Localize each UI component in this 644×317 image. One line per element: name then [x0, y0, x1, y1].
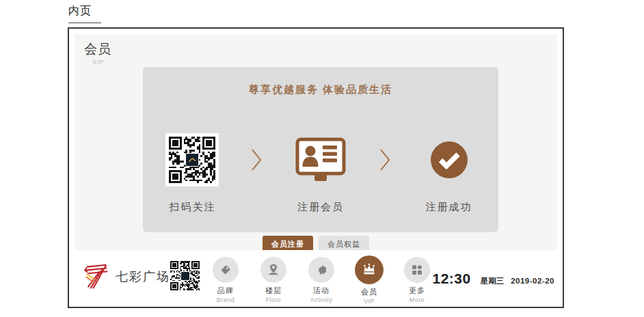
grid-icon: [410, 262, 425, 277]
nav-label-en: Floor: [265, 297, 281, 303]
mall-logo: [81, 261, 111, 291]
crown-icon: [361, 262, 377, 278]
section-title: 会员 VIP: [84, 40, 111, 66]
kiosk-design-page: 内页 会员 VIP 尊享优越服务 体验品质生活: [0, 0, 644, 317]
footer-qr-code: [169, 260, 201, 292]
step-scan-label: 扫码关注: [169, 201, 215, 214]
clock: 12:30 星期三 2019-02-20: [432, 271, 554, 287]
nav-label-zh: 会员: [361, 287, 377, 297]
pin-icon: [266, 262, 281, 277]
nav-item-brand[interactable]: 品牌 Brand: [202, 257, 250, 305]
member-content-area: 会员 VIP 尊享优越服务 体验品质生活: [75, 34, 557, 253]
footer-bar: 七彩广场 品牌 Brand: [69, 250, 563, 307]
success-check-icon: [430, 141, 468, 179]
kiosk-screen-panel: 会员 VIP 尊享优越服务 体验品质生活: [68, 27, 564, 308]
megaphone-icon: [314, 262, 329, 277]
nav-label-en: Brand: [217, 297, 235, 303]
nav-item-floor[interactable]: 楼层 Floor: [250, 257, 297, 305]
nav-label-en: VIP: [364, 298, 375, 305]
step-register: 注册会员: [271, 127, 371, 214]
page-title: 内页: [68, 4, 101, 23]
nav-label-en: More: [410, 297, 425, 303]
step-scan: 扫码关注: [143, 127, 242, 214]
brand-name: 七彩广场: [116, 268, 170, 285]
nav-label-zh: 活动: [313, 286, 330, 296]
nav-label-zh: 品牌: [217, 286, 234, 296]
section-title-en: VIP: [92, 59, 111, 66]
nav-item-activity[interactable]: 活动 Activity: [297, 257, 345, 305]
member-hero-card: 尊享优越服务 体验品质生活 扫码关注: [143, 67, 498, 232]
clock-weekday: 星期三: [481, 276, 505, 286]
step-success: 注册成功: [399, 127, 498, 214]
step-register-label: 注册会员: [297, 201, 344, 214]
qr-center-logo-icon: [185, 153, 199, 167]
nav-label-en: Activity: [310, 297, 333, 303]
tag-icon: [218, 262, 233, 277]
step-success-label: 注册成功: [426, 201, 472, 214]
hero-headline: 尊享优越服务 体验品质生活: [143, 83, 498, 96]
nav-item-vip[interactable]: 会员 VIP: [345, 257, 393, 305]
qr-code: [165, 133, 219, 187]
clock-time: 12:30: [432, 271, 470, 287]
footer-nav: 品牌 Brand 楼层 Floor: [202, 257, 441, 305]
register-screen-icon: [295, 137, 346, 182]
nav-label-zh: 楼层: [265, 286, 282, 296]
nav-label-zh: 更多: [409, 286, 425, 296]
clock-date: 2019-02-20: [511, 277, 554, 285]
section-title-zh: 会员: [84, 40, 111, 58]
qr-center-logo-icon: [180, 271, 190, 281]
registration-steps: 扫码关注: [143, 127, 498, 214]
chevron-right-icon: [242, 127, 271, 193]
chevron-right-icon: [371, 127, 400, 193]
